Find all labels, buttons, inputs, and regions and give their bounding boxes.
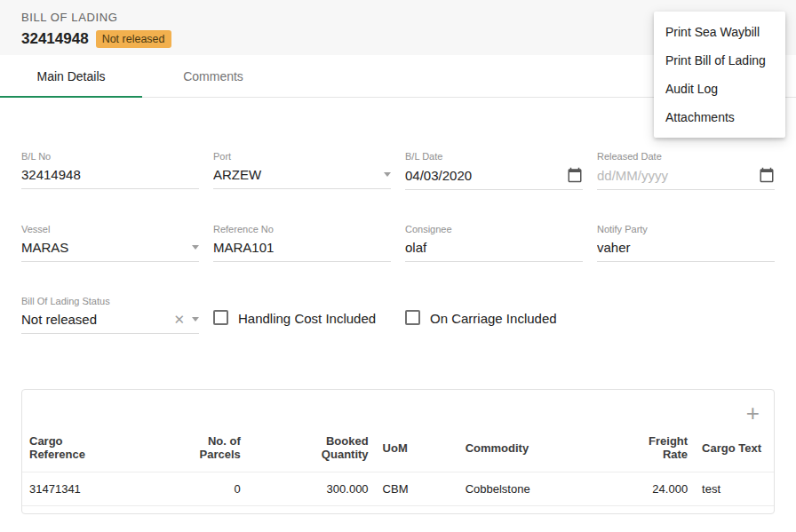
col-cargo-text: Cargo Text — [695, 429, 774, 472]
calendar-icon[interactable] — [759, 167, 775, 183]
field-bl-no: B/L No 32414948 — [21, 151, 199, 190]
menu-item-attachments[interactable]: Attachments — [654, 103, 785, 131]
tab-comments[interactable]: Comments — [142, 55, 284, 97]
col-no-of-parcels: No. of Parcels — [165, 429, 248, 472]
cell-cargo-reference[interactable]: 31471341 — [22, 472, 165, 506]
cargo-table: Cargo Reference No. of Parcels Booked Qu… — [22, 429, 774, 506]
notify-party-input[interactable]: vaher — [597, 240, 775, 255]
calendar-icon[interactable] — [567, 167, 583, 183]
field-handling-cost: Handling Cost Included — [213, 296, 391, 334]
cell-cargo-text[interactable]: test — [695, 472, 774, 506]
col-booked-quantity: Booked Quantity — [248, 429, 376, 472]
cell-no-of-parcels[interactable]: 0 — [165, 472, 248, 506]
cell-booked-quantity[interactable]: 300.000 — [248, 472, 376, 506]
menu-item-print-bill-of-lading[interactable]: Print Bill of Lading — [654, 46, 785, 75]
col-cargo-reference: Cargo Reference — [22, 429, 165, 472]
col-uom: UoM — [376, 429, 458, 472]
on-carriage-label: On Carriage Included — [430, 310, 557, 327]
cell-freight-rate[interactable]: 24.000 — [593, 472, 695, 506]
tab-main-details[interactable]: Main Details — [0, 55, 142, 97]
main-details-form: B/L No 32414948 Port ARZEW B/L Date 04/0… — [0, 151, 796, 334]
table-header-row: Cargo Reference No. of Parcels Booked Qu… — [22, 429, 774, 472]
table-row[interactable]: 31471341 0 300.000 CBM Cobbelstone 24.00… — [22, 472, 774, 506]
field-notify-party: Notify Party vaher — [597, 224, 775, 262]
cell-uom[interactable]: CBM — [376, 472, 458, 506]
chevron-down-icon[interactable] — [192, 245, 199, 250]
bl-no-input[interactable]: 32414948 — [21, 167, 199, 182]
vessel-select[interactable]: MARAS — [21, 240, 199, 262]
bl-no-label: B/L No — [21, 151, 199, 162]
released-date-label: Released Date — [597, 151, 775, 162]
consignee-input[interactable]: olaf — [405, 240, 583, 255]
status-badge: Not released — [96, 30, 171, 48]
add-cargo-button[interactable]: + — [746, 402, 760, 424]
field-bl-date: B/L Date 04/03/2020 — [405, 151, 583, 190]
handling-cost-checkbox[interactable] — [213, 310, 228, 325]
consignee-label: Consignee — [405, 224, 583, 234]
cell-commodity[interactable]: Cobbelstone — [458, 472, 593, 506]
field-reference-no: Reference No MARA101 — [213, 224, 391, 262]
col-commodity: Commodity — [458, 429, 593, 472]
chevron-down-icon[interactable] — [384, 172, 391, 177]
handling-cost-label: Handling Cost Included — [238, 310, 376, 327]
bl-date-input[interactable]: 04/03/2020 — [405, 168, 560, 183]
field-bl-status: Bill Of Lading Status Not released ✕ — [21, 296, 199, 334]
chevron-down-icon[interactable] — [192, 317, 199, 322]
port-label: Port — [213, 151, 391, 162]
field-port: Port ARZEW — [213, 151, 391, 190]
context-menu: Print Sea Waybill Print Bill of Lading A… — [654, 12, 785, 138]
notify-party-label: Notify Party — [597, 224, 775, 234]
reference-no-input[interactable]: MARA101 — [213, 240, 391, 255]
released-date-input[interactable]: dd/MM/yyyy — [597, 168, 752, 183]
field-vessel: Vessel MARAS — [21, 224, 199, 262]
clear-icon[interactable]: ✕ — [173, 313, 185, 326]
bl-status-select[interactable]: Not released ✕ — [21, 312, 199, 334]
field-consignee: Consignee olaf — [405, 224, 583, 262]
menu-item-audit-log[interactable]: Audit Log — [654, 75, 785, 103]
vessel-label: Vessel — [21, 224, 199, 234]
bl-status-label: Bill Of Lading Status — [21, 296, 199, 306]
on-carriage-checkbox[interactable] — [405, 310, 420, 325]
cargo-card: + Cargo Reference No. of Parcels Booked … — [21, 389, 775, 514]
field-released-date: Released Date dd/MM/yyyy — [597, 151, 775, 190]
col-freight-rate: Freight Rate — [593, 429, 695, 472]
document-number: 32414948 — [21, 30, 89, 48]
menu-item-print-sea-waybill[interactable]: Print Sea Waybill — [654, 18, 785, 46]
bl-date-label: B/L Date — [405, 151, 583, 162]
port-select[interactable]: ARZEW — [213, 167, 391, 189]
field-on-carriage: On Carriage Included — [405, 296, 583, 334]
reference-no-label: Reference No — [213, 224, 391, 234]
